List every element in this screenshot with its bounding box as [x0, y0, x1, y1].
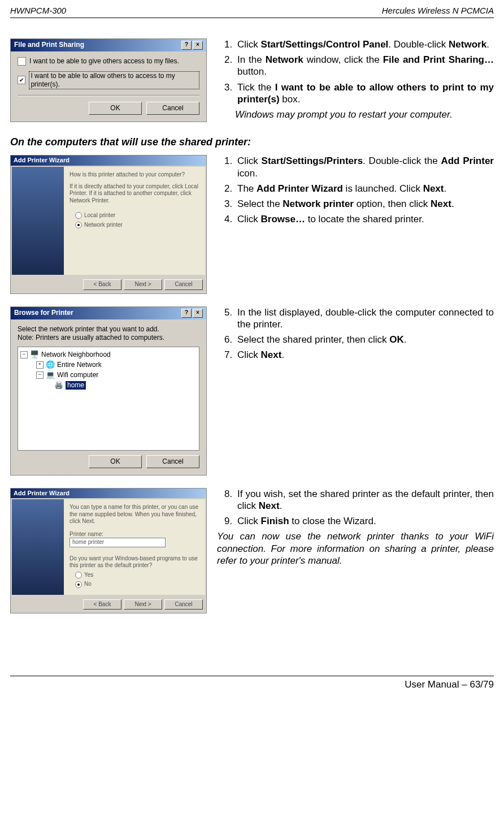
- radio-icon: [75, 212, 82, 219]
- checkbox-label: I want to be able to allow others to acc…: [29, 71, 199, 89]
- step-3: Tick the I want to be able to allow othe…: [235, 81, 494, 106]
- cancel-button[interactable]: Cancel: [146, 455, 199, 468]
- radio-label: Local printer: [84, 212, 115, 219]
- cancel-button[interactable]: Cancel: [164, 599, 203, 610]
- default-printer-question: Do you want your Windows-based programs …: [69, 555, 199, 569]
- note-restart: Windows may prompt you to restart your c…: [235, 109, 494, 120]
- step-9: Click Finish to close the Wizard.: [235, 515, 494, 527]
- checkbox-icon: [18, 57, 26, 66]
- cancel-button[interactable]: Cancel: [146, 102, 199, 115]
- dialog-titlebar: File and Print Sharing ? ×: [11, 39, 206, 51]
- wizard-sidebar-image: [12, 499, 64, 595]
- dialog-note: Note: Printers are usually attached to c…: [18, 334, 199, 342]
- help-icon[interactable]: ?: [181, 309, 192, 318]
- close-icon[interactable]: ×: [193, 309, 203, 318]
- wizard-sidebar-image: [12, 167, 64, 275]
- section-file-print-sharing: File and Print Sharing ? × I want to be …: [10, 38, 494, 122]
- back-button[interactable]: < Back: [83, 599, 121, 610]
- wizard-description: If it is directly attached to your compu…: [69, 183, 199, 205]
- ok-button[interactable]: OK: [89, 455, 142, 468]
- header-left: HWNPCM-300: [10, 6, 66, 16]
- cancel-button[interactable]: Cancel: [164, 279, 203, 290]
- help-icon[interactable]: ?: [181, 41, 192, 50]
- radio-icon: [75, 222, 82, 228]
- dialog-title: Add Printer Wizard: [11, 155, 206, 166]
- add-printer-wizard-dialog: Add Printer Wizard How is this printer a…: [10, 155, 207, 293]
- next-button[interactable]: Next >: [124, 599, 162, 610]
- step-2: The Add Printer Wizard is launched. Clic…: [235, 183, 494, 195]
- wizard-description: You can type a name for this printer, or…: [69, 504, 199, 525]
- tree-expand-icon[interactable]: +: [36, 361, 44, 369]
- tree-node-selected[interactable]: home: [66, 381, 86, 390]
- wizard-question: How is this printer attached to your com…: [69, 171, 199, 179]
- dialog-title: Add Printer Wizard: [11, 489, 206, 499]
- radio-label: Yes: [84, 572, 93, 579]
- step-1: Click Start/Settings/Printers. Double-cl…: [235, 155, 494, 179]
- tree-collapse-icon[interactable]: −: [36, 371, 44, 379]
- note-wifi-printer: You can now use the network printer than…: [217, 530, 494, 567]
- step-5: In the list displayed, double-click the …: [235, 306, 494, 331]
- step-4: Click Browse… to locate the shared print…: [235, 213, 494, 225]
- header-right: Hercules Wireless N PCMCIA: [382, 6, 494, 16]
- radio-icon: [75, 572, 82, 578]
- dialog-title: Browse for Printer: [14, 309, 73, 317]
- section-browse-for-printer: Browse for Printer ? × Select the networ…: [10, 306, 494, 476]
- radio-label: Network printer: [84, 222, 123, 229]
- radio-network-printer[interactable]: Network printer: [75, 222, 199, 229]
- printer-name-input[interactable]: home printer: [69, 538, 166, 547]
- dialog-title: File and Print Sharing: [14, 41, 84, 49]
- step-3: Select the Network printer option, then …: [235, 198, 494, 210]
- checkbox-label: I want to be able to give others access …: [29, 57, 179, 66]
- radio-local-printer[interactable]: Local printer: [75, 212, 199, 219]
- divider: [18, 95, 199, 96]
- add-printer-wizard-name-dialog: Add Printer Wizard You can type a name f…: [10, 488, 207, 614]
- checkbox-icon: ✔: [18, 76, 25, 84]
- radio-label: No: [84, 581, 92, 588]
- step-8: If you wish, set the shared printer as t…: [235, 488, 494, 512]
- step-7: Click Next.: [235, 349, 494, 361]
- close-icon[interactable]: ×: [193, 41, 203, 50]
- radio-icon: [75, 581, 82, 588]
- page-footer: User Manual – 63/79: [10, 676, 494, 690]
- radio-yes[interactable]: Yes: [75, 572, 199, 579]
- step-2: In the Network window, click the File an…: [235, 54, 494, 78]
- printer-icon: 🖨️: [54, 381, 63, 390]
- checkbox-share-printers[interactable]: ✔ I want to be able to allow others to a…: [18, 71, 199, 89]
- tree-node[interactable]: Network Neighborhood: [41, 351, 111, 359]
- tree-collapse-icon[interactable]: −: [20, 351, 28, 358]
- section-printer-name-wizard: Add Printer Wizard You can type a name f…: [10, 488, 494, 614]
- next-button[interactable]: Next >: [124, 279, 162, 290]
- ok-button[interactable]: OK: [89, 102, 142, 115]
- computer-icon: 💻: [46, 371, 55, 380]
- network-neighborhood-icon: 🖥️: [30, 351, 39, 360]
- tree-node[interactable]: Wifi computer: [57, 371, 98, 379]
- printer-tree[interactable]: − 🖥️ Network Neighborhood + 🌐 Entire Net…: [18, 347, 199, 451]
- globe-icon: 🌐: [46, 361, 55, 370]
- tree-node[interactable]: Entire Network: [57, 361, 102, 369]
- file-print-sharing-dialog: File and Print Sharing ? × I want to be …: [10, 38, 207, 122]
- radio-no[interactable]: No: [75, 581, 199, 588]
- page-header: HWNPCM-300 Hercules Wireless N PCMCIA: [10, 6, 494, 18]
- step-6: Select the shared printer, then click OK…: [235, 334, 494, 345]
- subheading-client-computers: On the computers that will use the share…: [10, 136, 494, 149]
- checkbox-share-files[interactable]: I want to be able to give others access …: [18, 57, 199, 66]
- step-1: Click Start/Settings/Control Panel. Doub…: [235, 38, 494, 50]
- dialog-titlebar: Browse for Printer ? ×: [11, 307, 206, 319]
- section-add-printer-wizard: Add Printer Wizard How is this printer a…: [10, 155, 494, 293]
- back-button[interactable]: < Back: [83, 279, 121, 290]
- dialog-instruction: Select the network printer that you want…: [18, 325, 199, 334]
- browse-for-printer-dialog: Browse for Printer ? × Select the networ…: [10, 306, 207, 476]
- printer-name-label: Printer name:: [69, 531, 199, 538]
